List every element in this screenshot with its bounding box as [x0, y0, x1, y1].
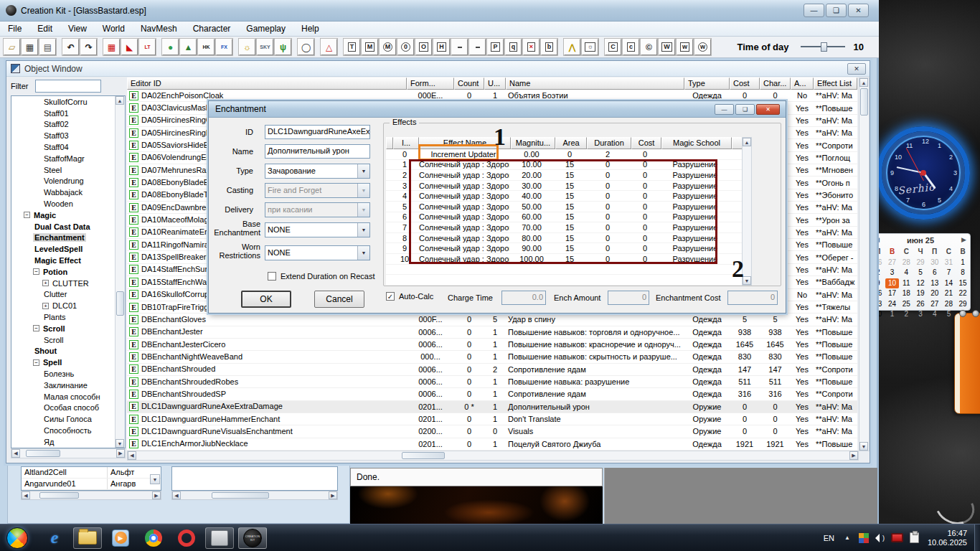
tree-item-яд[interactable]: Яд	[11, 436, 125, 448]
calendar-day[interactable]: 7	[942, 268, 956, 278]
calendar-day[interactable]: 19	[913, 288, 928, 299]
table-row[interactable]: EDBEnchantGloves000F...05Удар в спинуОде…	[127, 314, 857, 326]
cell-list[interactable]: Altland2CellАльфтAngarvunde01Ангарв	[21, 466, 161, 491]
table-row[interactable]: EDBEnchantJester0006...01Повышение навык…	[127, 326, 857, 339]
table-row[interactable]: EDLC1DawnguardRuneVisualsEnchantment0200…	[127, 425, 857, 438]
calendar-day[interactable]: 12	[913, 278, 928, 289]
tree-item-wooden[interactable]: Wooden	[11, 198, 125, 209]
tray-expand-icon[interactable]: ▲	[844, 534, 850, 541]
tree-vertical-scrollbar[interactable]: ▲ ▼	[115, 96, 125, 448]
calendar-day[interactable]: 3	[885, 268, 900, 278]
taskbar-gray-app[interactable]	[205, 527, 234, 549]
calendar-day[interactable]: 29	[956, 299, 970, 310]
calendar-day[interactable]: 29	[913, 258, 928, 268]
column-header-type[interactable]: Type	[684, 77, 730, 90]
calendar-day[interactable]: 1	[885, 309, 900, 320]
cube-x-icon[interactable]: ×	[523, 39, 540, 55]
tree-item-spell[interactable]: −Spell	[11, 357, 125, 368]
calendar-day[interactable]: 14	[942, 278, 956, 289]
taskbar-creation-kit[interactable]: CREATION KIT	[238, 527, 267, 549]
cube-o-icon[interactable]: O	[415, 39, 432, 55]
snap-angle-icon[interactable]: ◣	[121, 39, 138, 55]
column-header-char[interactable]: Char...	[760, 77, 791, 90]
circle-m-icon[interactable]: M	[380, 39, 396, 55]
table-row[interactable]: EDBEnchantShrouded0006...02Сопротивление…	[127, 364, 857, 376]
calendar-day[interactable]: 11	[899, 278, 913, 289]
column-header-count[interactable]: Count	[454, 77, 484, 90]
table-horizontal-scrollbar[interactable]: ◀ ▶	[127, 451, 859, 461]
tree-item-steel[interactable]: Steel	[11, 164, 125, 176]
extend-duration-checkbox[interactable]: Extend Duration on Recast	[268, 272, 374, 281]
tree-item-wabbajack[interactable]: Wabbajack	[11, 187, 125, 198]
calendar-day[interactable]: 17	[885, 288, 900, 299]
dialog-maximize-button[interactable]: ❏	[735, 104, 755, 115]
calendar-day[interactable]: 3	[913, 309, 928, 320]
calendar-day[interactable]: 20	[928, 288, 942, 299]
dialogue-icon[interactable]: ◯	[298, 39, 314, 55]
menu-item-world[interactable]: World	[95, 22, 133, 35]
sky-icon[interactable]: SKY	[257, 39, 273, 55]
worn-restrictions-dropdown[interactable]: NONE▼	[265, 245, 370, 260]
tree-item-способность[interactable]: Способность	[11, 425, 125, 436]
tree-item-scroll[interactable]: −Scroll	[11, 323, 125, 334]
calendar-day[interactable]: 26	[913, 299, 928, 310]
bendable-spline-icon[interactable]: b	[541, 39, 557, 55]
menu-item-navmesh[interactable]: NavMesh	[133, 22, 185, 35]
scroll-down-icon[interactable]: ▼	[150, 474, 160, 484]
calendar-day[interactable]: 31	[942, 258, 956, 268]
tree-item-leveledspell[interactable]: LeveledSpell	[11, 243, 125, 255]
portal-h-icon[interactable]: H	[433, 39, 450, 55]
calendar-day[interactable]: 15	[956, 278, 970, 289]
cube-w-icon[interactable]: W	[659, 39, 675, 55]
tree-item-staff01[interactable]: Staff01	[11, 108, 125, 119]
tree-item-staff04[interactable]: Staff04	[11, 141, 125, 153]
filter-input[interactable]	[35, 80, 101, 93]
calendar-day[interactable]: 24	[885, 299, 900, 310]
collapse-icon[interactable]: −	[33, 268, 39, 275]
tree-item-staff03[interactable]: Staff03	[11, 130, 125, 141]
start-button[interactable]	[6, 527, 28, 549]
calendar-gadget[interactable]: ◀ июн 25 ▶ ПВСЧПСВ2627282930311234567891…	[870, 233, 971, 311]
close-button[interactable]: ✕	[848, 4, 869, 17]
column-header-name[interactable]: Name	[506, 77, 684, 90]
table-row[interactable]: EDBEnchantJesterCicero0006...01Повышение…	[127, 339, 857, 351]
havok-icon[interactable]: HK	[198, 39, 215, 55]
grass-icon[interactable]: ψ	[275, 39, 291, 55]
time-of-day-slider[interactable]	[801, 46, 845, 47]
list-item[interactable]: Angarvunde01Ангарв	[22, 479, 161, 490]
menu-item-gameplay[interactable]: Gameplay	[238, 22, 293, 35]
measure-icon[interactable]: △	[321, 39, 337, 55]
minimize-button[interactable]: —	[804, 4, 824, 17]
world-sphere-icon[interactable]: ●	[162, 39, 179, 55]
column-header-form[interactable]: Form...	[407, 77, 454, 90]
kite-icon[interactable]: ⋀	[564, 39, 580, 55]
tree-item-clutter[interactable]: Clutter	[11, 289, 125, 301]
snap-grid-icon[interactable]: ▦	[103, 39, 120, 55]
marker-p-icon[interactable]: P	[487, 39, 504, 55]
calendar-day[interactable]: 2	[899, 309, 913, 320]
calendar-day[interactable]: 8	[956, 268, 970, 278]
calendar-day[interactable]: 25	[899, 299, 913, 310]
taskbar-media-player[interactable]: ▶	[106, 527, 135, 549]
redo-icon[interactable]: ↷	[80, 39, 97, 55]
furniture-t-icon[interactable]: T	[344, 39, 360, 55]
slider-thumb[interactable]	[821, 42, 827, 52]
calendar-day[interactable]: 1	[956, 258, 970, 268]
menu-item-help[interactable]: Help	[293, 22, 327, 35]
volume-icon[interactable]	[875, 534, 880, 542]
cube-w-small-icon[interactable]: w	[677, 39, 693, 55]
tree-item-заклинание[interactable]: Заклинание	[11, 380, 125, 391]
base-enchantment-dropdown[interactable]: NONE▼	[265, 222, 370, 237]
water-fx-icon[interactable]: FX	[216, 39, 232, 55]
antivirus-tray-icon[interactable]	[859, 533, 869, 543]
id-field[interactable]: DLC1DawnguardRuneAxeExtr	[265, 125, 370, 139]
table-vertical-scrollbar[interactable]: ▲ ▼	[859, 77, 870, 451]
tree-item-magic-effect[interactable]: Magic Effect	[11, 255, 125, 266]
display-tray-icon[interactable]	[891, 533, 903, 542]
clipboard-tray-icon[interactable]	[910, 532, 919, 543]
column-header-editor-id[interactable]: Editor ID	[127, 77, 407, 90]
calendar-today[interactable]: 10	[885, 278, 900, 289]
table-row[interactable]: EDBEnchantShroudedRobes0006...01Повышени…	[127, 376, 857, 388]
language-indicator[interactable]: EN	[824, 534, 834, 542]
calendar-day[interactable]: 28	[942, 299, 956, 310]
